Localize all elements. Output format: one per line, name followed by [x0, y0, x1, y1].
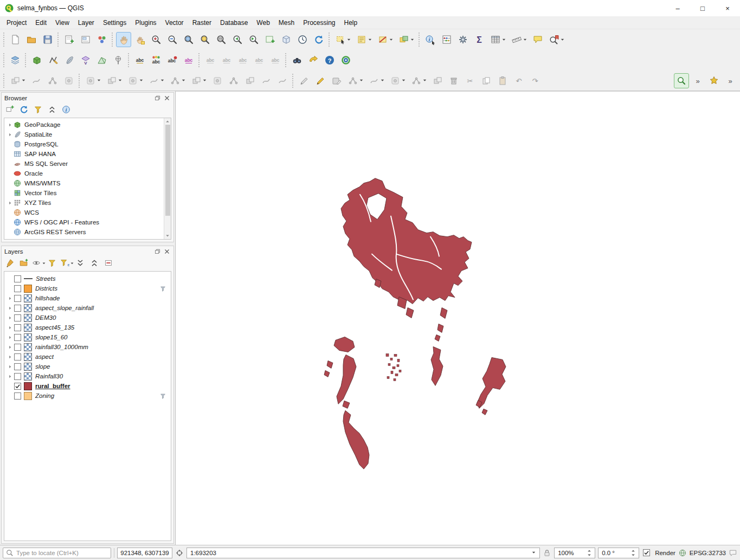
dropdown-arrow-icon[interactable]: [181, 78, 186, 83]
undo-button[interactable]: ↶: [511, 73, 526, 88]
zoom-level-plugin-button[interactable]: [674, 73, 689, 88]
open-data-source-manager-button[interactable]: [8, 53, 23, 68]
copy-features-button[interactable]: [479, 73, 494, 88]
render-checkbox[interactable]: [643, 549, 650, 556]
dropdown-arrow-icon[interactable]: [70, 261, 74, 266]
dropdown-arrow-icon[interactable]: [410, 37, 415, 42]
expand-arrow-icon[interactable]: [7, 373, 13, 379]
dropdown-arrow-icon[interactable]: [401, 78, 406, 83]
magnifier-spin[interactable]: 100%: [554, 548, 595, 558]
dropdown-arrow-icon[interactable]: [422, 78, 427, 83]
simplify-feature-button[interactable]: [146, 73, 166, 88]
curved-label-button[interactable]: abc: [252, 53, 267, 68]
expand-arrow-icon[interactable]: [7, 131, 13, 138]
spin-up-icon[interactable]: [587, 549, 591, 552]
vertex-tool-button[interactable]: [409, 73, 429, 88]
paste-features-button[interactable]: [495, 73, 510, 88]
dropdown-arrow-icon[interactable]: [368, 37, 372, 42]
close-panel-icon[interactable]: [163, 94, 171, 102]
zoom-next-button[interactable]: [246, 32, 261, 47]
browser-item-spatialite[interactable]: SpatiaLite: [4, 130, 164, 139]
browser-panel-header[interactable]: Browser: [2, 93, 173, 103]
delete-part-button[interactable]: [242, 73, 258, 88]
layers-panel-header[interactable]: Layers: [2, 246, 173, 256]
new-shapefile-layer-button[interactable]: [46, 53, 61, 68]
processing-toolbox-button[interactable]: [455, 32, 471, 47]
save-project-button[interactable]: [40, 32, 55, 47]
multi-edit-attributes-button[interactable]: [430, 73, 445, 88]
toolbar-handle[interactable]: [128, 53, 130, 67]
new-geopackage-layer-button[interactable]: [29, 53, 44, 68]
menu-layer[interactable]: Layer: [74, 16, 99, 29]
rotate-feature-button[interactable]: [125, 73, 145, 88]
add-part-button[interactable]: [189, 73, 209, 88]
filter-legend-by-expression-button[interactable]: e: [60, 257, 73, 270]
new-map-view-button[interactable]: [262, 32, 278, 47]
dropdown-arrow-icon[interactable]: [346, 37, 351, 42]
zoom-out-button[interactable]: [165, 32, 180, 47]
layer-visibility-checkbox[interactable]: [14, 295, 21, 302]
osm-place-search-button[interactable]: [289, 53, 305, 68]
dropdown-arrow-icon[interactable]: [118, 78, 123, 83]
spin-up-icon[interactable]: [631, 549, 635, 552]
open-field-calculator-button[interactable]: [439, 32, 454, 47]
layer-item-rainfall30-1000mm[interactable]: rainfall30_1000mm: [4, 342, 171, 352]
dropdown-arrow-icon[interactable]: [160, 78, 165, 83]
toolbar-overflow-1-button[interactable]: »: [690, 73, 705, 88]
menu-database[interactable]: Database: [216, 16, 252, 29]
dropdown-arrow-icon[interactable]: [42, 261, 46, 266]
offline-editing-button[interactable]: [306, 53, 321, 68]
toolbar-handle[interactable]: [419, 33, 421, 47]
layer-visibility-checkbox[interactable]: [14, 383, 21, 390]
dropdown-arrow-icon[interactable]: [359, 78, 364, 83]
float-panel-icon[interactable]: [153, 94, 161, 102]
close-button[interactable]: ×: [715, 0, 740, 16]
layer-visibility-checkbox[interactable]: [14, 285, 21, 292]
layer-item-zoning[interactable]: Zoning: [4, 391, 171, 401]
menu-edit[interactable]: Edit: [31, 16, 51, 29]
map-tips-button[interactable]: [530, 32, 545, 47]
toolbar-handle[interactable]: [3, 33, 5, 47]
allow-edits-button[interactable]: [297, 73, 312, 88]
style-manager-button[interactable]: [94, 32, 110, 47]
toolbar-overflow-2-button[interactable]: »: [723, 73, 738, 88]
expand-all-button[interactable]: [74, 257, 87, 270]
digitize-with-segment-button[interactable]: [345, 73, 365, 88]
temporal-controller-button[interactable]: [295, 32, 310, 47]
expand-arrow-icon[interactable]: [7, 344, 13, 350]
maximize-button[interactable]: □: [690, 0, 715, 16]
layer-visibility-checkbox[interactable]: [14, 314, 21, 321]
new-print-layout-button[interactable]: [62, 32, 77, 47]
new-project-button[interactable]: [8, 32, 23, 47]
rotation-spin[interactable]: 0.0 °: [598, 548, 639, 558]
expand-arrow-icon[interactable]: [7, 121, 13, 128]
crs-label[interactable]: EPSG:32733: [690, 550, 726, 556]
layer-item-rainfall30[interactable]: Rainfall30: [4, 371, 171, 381]
layer-item-rural-buffer[interactable]: rural_buffer: [4, 381, 171, 391]
layer-diagram-options-button[interactable]: abc: [149, 53, 164, 68]
plugin-manager-button[interactable]: [338, 53, 353, 68]
toolbar-handle[interactable]: [329, 33, 331, 47]
toolbar-handle[interactable]: [198, 53, 201, 67]
fill-ring-button[interactable]: [210, 73, 225, 88]
layer-item-hillshade[interactable]: hillshade: [4, 293, 171, 303]
collapse-all-layers-button[interactable]: [88, 257, 101, 270]
browser-item-arcgis-rest-servers[interactable]: ArcGIS REST Servers: [4, 227, 164, 237]
expand-arrow-icon[interactable]: [7, 295, 13, 301]
offset-curve-button[interactable]: [275, 73, 290, 88]
menu-web[interactable]: Web: [252, 16, 274, 29]
layer-visibility-checkbox[interactable]: [14, 305, 21, 312]
delete-ring-button[interactable]: [226, 73, 241, 88]
menu-vector[interactable]: Vector: [161, 16, 188, 29]
layer-item-aspect-slope-rainfall[interactable]: aspect_slope_rainfall: [4, 303, 171, 313]
dropdown-arrow-icon[interactable]: [202, 78, 207, 83]
deselect-features-button[interactable]: [375, 32, 395, 47]
layer-visibility-checkbox[interactable]: [14, 373, 21, 380]
toolbar-handle[interactable]: [57, 33, 60, 47]
toolbar-handle[interactable]: [3, 74, 5, 88]
add-selected-layers-button[interactable]: [4, 104, 17, 117]
zoom-to-layer-button[interactable]: [214, 32, 229, 47]
expand-arrow-icon[interactable]: [7, 305, 13, 311]
toolbar-handle[interactable]: [79, 74, 81, 88]
add-group-button[interactable]: [18, 257, 31, 270]
